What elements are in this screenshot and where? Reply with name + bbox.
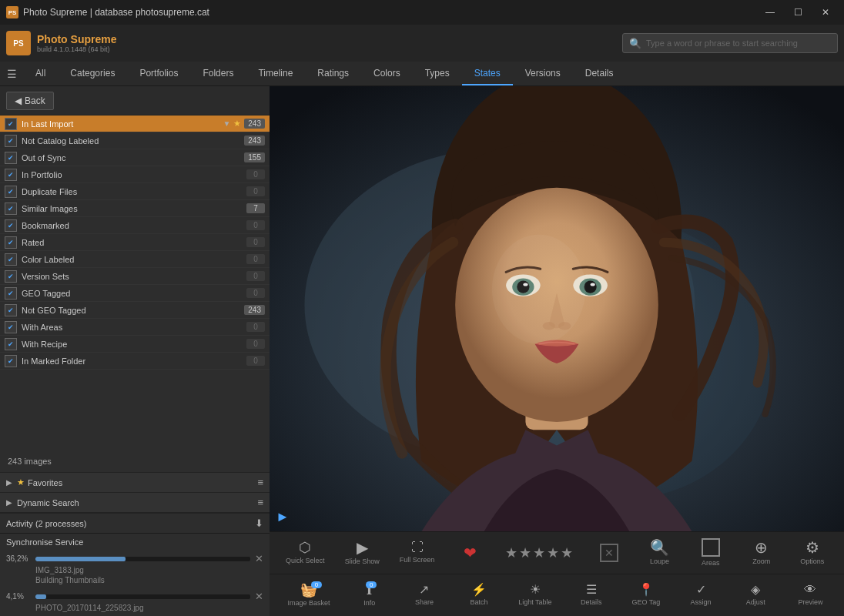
tab-all[interactable]: All [23,62,58,85]
state-name: Out of Sync [22,153,244,162]
image-count: 243 images [0,450,270,472]
progress-close-button[interactable]: ✕ [255,553,263,564]
state-item-not-catalog-labeled[interactable]: ✔ Not Catalog Labeled 243 [0,132,270,149]
preview-label: Preview [798,598,822,606]
state-count: 0 [246,237,265,247]
details-icon: ☰ [586,584,597,596]
reject-btn[interactable]: ✕ [588,541,631,565]
info-badge: ℹ 0 [367,583,372,597]
tab-ratings[interactable]: Ratings [305,62,361,85]
sync-bar: Synchronise Service [0,533,270,551]
quick-select-btn[interactable]: ⬡ Quick Select [280,537,331,567]
zoom-icon: ⊕ [755,540,768,555]
info-btn[interactable]: ℹ 0 Info [348,580,391,610]
adjust-btn[interactable]: ◈ Adjust [734,581,777,609]
state-name: In Marked Folder [22,357,246,366]
state-checkbox: ✔ [5,253,17,266]
state-item-color-labeled[interactable]: ✔ Color Labeled 0 [0,251,270,268]
geo-tag-btn[interactable]: 📍 GEO Tag [625,581,668,609]
state-item-in-portfolio[interactable]: ✔ In Portfolio 0 [0,166,270,183]
toolbar-bottom-row: 🧺 0 Image Basket ℹ 0 Info ↗ Share [270,574,844,617]
hamburger-menu[interactable]: ☰ [0,62,23,85]
progress-filename: PHOTO_20170114_225823.jpg [6,604,263,614]
nav-tabs: ☰ All Categories Portfolios Folders Time… [0,62,844,86]
close-button[interactable]: ✕ [813,5,838,20]
titlebar-controls: — ☐ ✕ [758,5,838,20]
dynamic-search-section[interactable]: ▶ Dynamic Search ≡ [0,493,270,513]
details-btn[interactable]: ☰ Details [570,581,613,609]
download-icon[interactable]: ⬇ [255,517,263,529]
assign-btn[interactable]: ✓ Assign [679,581,722,609]
nav-arrow-icon[interactable]: ► [276,509,290,525]
state-checkbox: ✔ [5,219,17,232]
state-item-with-areas[interactable]: ✔ With Areas 0 [0,319,270,336]
fullscreen-icon: ⛶ [411,541,424,554]
tab-colors[interactable]: Colors [361,62,413,85]
state-item-in-marked-folder[interactable]: ✔ In Marked Folder 0 [0,353,270,370]
zoom-btn[interactable]: ⊕ Zoom [740,537,783,568]
loupe-btn[interactable]: 🔍 Loupe [638,537,682,568]
search-box[interactable]: 🔍 Type a word or phrase to start searchi… [622,33,838,53]
options-icon: ⚙ [805,540,819,555]
state-item-rated[interactable]: ✔ Rated 0 [0,234,270,251]
tab-types[interactable]: Types [413,62,462,85]
back-button[interactable]: ◀ Back [6,92,54,110]
tab-states[interactable]: States [462,62,513,85]
slideshow-icon: ▶ [357,540,368,555]
options-btn[interactable]: ⚙ Options [791,537,834,568]
tab-categories[interactable]: Categories [58,62,127,85]
state-item-not-geo-tagged[interactable]: ✔ Not GEO Tagged 243 [0,302,270,319]
star-3-icon[interactable]: ★ [533,544,545,561]
star-5-icon[interactable]: ★ [561,544,573,561]
state-item-version-sets[interactable]: ✔ Version Sets 0 [0,268,270,285]
minimize-button[interactable]: — [758,5,782,20]
progress-row: 36,2% ✕ [6,553,263,564]
state-name: Color Labeled [22,255,246,264]
progress-pct: 36,2% [6,554,31,563]
heart-btn[interactable]: ❤ [448,541,491,565]
state-item-similar-images[interactable]: ✔ Similar Images 7 [0,200,270,217]
areas-btn[interactable]: Areas [689,535,732,570]
state-item-duplicate-files[interactable]: ✔ Duplicate Files 0 [0,183,270,200]
light-table-btn[interactable]: ☀ Light Table [512,581,558,609]
filter-icon: ▼ [223,119,230,128]
star-1-icon[interactable]: ★ [505,544,517,561]
share-btn[interactable]: ↗ Share [403,581,446,609]
preview-btn[interactable]: 👁 Preview [789,581,832,609]
fullscreen-btn[interactable]: ⛶ Full Screen [394,538,441,567]
state-item-with-recipe[interactable]: ✔ With Recipe 0 [0,336,270,353]
reject-icon: ✕ [600,544,618,562]
maximize-button[interactable]: ☐ [785,5,810,20]
batch-btn[interactable]: ⚡ Batch [457,581,501,609]
tab-details[interactable]: Details [573,62,626,85]
progress-item-1: 36,2% ✕ IMG_3183.jpg Building Thumbnails [0,551,270,588]
state-checkbox: ✔ [5,152,17,164]
state-checkbox: ✔ [5,270,17,283]
slideshow-btn[interactable]: ▶ Slide Show [339,537,386,568]
adjust-label: Adjust [746,598,765,606]
menu-icon[interactable]: ≡ [257,477,263,488]
tab-portfolios[interactable]: Portfolios [127,62,190,85]
star-2-icon[interactable]: ★ [519,544,531,561]
tab-timeline[interactable]: Timeline [246,62,305,85]
menu-icon[interactable]: ≡ [257,497,263,508]
tab-versions[interactable]: Versions [513,62,573,85]
state-item-bookmarked[interactable]: ✔ Bookmarked 0 [0,217,270,234]
dynamic-search-label: Dynamic Search [17,498,257,507]
app-name: Photo Supreme [37,33,116,45]
assign-icon: ✓ [696,584,706,596]
image-basket-btn[interactable]: 🧺 0 Image Basket [282,580,337,610]
state-count: 243 [244,136,265,146]
state-item-out-of-sync[interactable]: ✔ Out of Sync 155 [0,149,270,166]
titlebar-left: PS Photo Supreme | database photosupreme… [6,6,209,18]
favorites-section[interactable]: ▶ ★ Favorites ≡ [0,473,270,493]
progress-close-button[interactable]: ✕ [255,591,263,602]
state-count: 0 [246,254,265,264]
quick-select-icon: ⬡ [299,541,311,554]
star-4-icon[interactable]: ★ [547,544,559,561]
stars-rating-group: ★ ★ ★ ★ ★ [499,541,579,564]
state-item-in-last-import[interactable]: ✔ In Last Import ▼ ★ 243 [0,116,270,132]
state-name: Not Catalog Labeled [22,136,244,146]
state-item-geo-tagged[interactable]: ✔ GEO Tagged 0 [0,285,270,302]
tab-folders[interactable]: Folders [190,62,246,85]
